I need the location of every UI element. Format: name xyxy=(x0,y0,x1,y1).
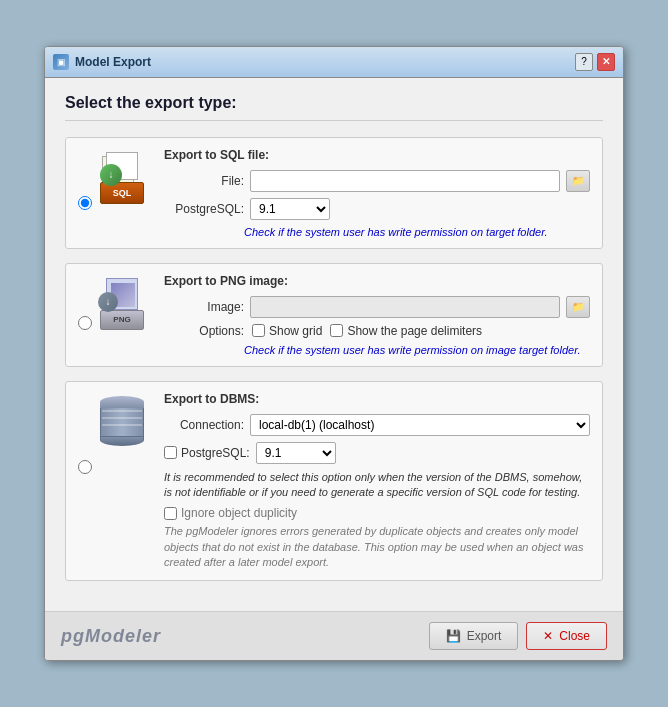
dbms-postgresql-row: PostgreSQL: 9.1 9.2 9.3 xyxy=(164,442,590,464)
dbms-form-content: Export to DBMS: Connection: local-db(1) … xyxy=(164,392,590,571)
title-bar-left: ▣ Model Export xyxy=(53,54,151,70)
show-grid-checkbox[interactable] xyxy=(252,324,265,337)
dbms-ignore-row: Ignore object duplicity xyxy=(164,506,590,520)
png-image-row: Image: 📁 xyxy=(164,296,590,318)
dbms-connection-label: Connection: xyxy=(164,418,244,432)
title-controls: ? ✕ xyxy=(575,53,615,71)
png-export-icon: ↓ PNG xyxy=(100,278,150,330)
sql-postgresql-select[interactable]: 9.1 9.2 9.3 xyxy=(250,198,330,220)
png-form-content: Export to PNG image: Image: 📁 Options: S… xyxy=(164,274,590,356)
dbms-warning-text: It is recommended to select this option … xyxy=(164,470,590,501)
show-grid-checkbox-label[interactable]: Show grid xyxy=(252,324,322,338)
sql-radio[interactable] xyxy=(78,196,92,210)
png-image-input[interactable] xyxy=(250,296,560,318)
dbms-postgresql-select[interactable]: 9.1 9.2 9.3 xyxy=(256,442,336,464)
db-cylinder-bottom xyxy=(100,436,144,446)
show-grid-label: Show grid xyxy=(269,324,322,338)
footer-buttons: 💾 Export ✕ Close xyxy=(429,622,607,650)
db-cylinder-body xyxy=(100,408,144,436)
dbms-ignore-checkbox-label[interactable]: Ignore object duplicity xyxy=(164,506,297,520)
png-badge: PNG xyxy=(100,310,144,330)
sql-file-row: File: 📁 xyxy=(164,170,590,192)
dialog-footer: pgModeler 💾 Export ✕ Close xyxy=(45,611,623,660)
show-page-delimiters-checkbox-label[interactable]: Show the page delimiters xyxy=(330,324,482,338)
png-options-row: Options: Show grid Show the page delimit… xyxy=(164,324,590,338)
export-button[interactable]: 💾 Export xyxy=(429,622,519,650)
title-bar: ▣ Model Export ? ✕ xyxy=(45,47,623,78)
png-radio[interactable] xyxy=(78,316,92,330)
dbms-ignore-label: Ignore object duplicity xyxy=(181,506,297,520)
sql-file-browse-button[interactable]: 📁 xyxy=(566,170,590,192)
export-icon: 💾 xyxy=(446,629,461,643)
dbms-export-icon xyxy=(100,396,150,452)
sql-postgresql-row: PostgreSQL: 9.1 9.2 9.3 xyxy=(164,198,590,220)
show-page-delimiters-label: Show the page delimiters xyxy=(347,324,482,338)
dialog-icon: ▣ xyxy=(53,54,69,70)
show-page-delimiters-checkbox[interactable] xyxy=(330,324,343,337)
png-download-arrow-icon: ↓ xyxy=(98,292,118,312)
pgmodeler-brand: pgModeler xyxy=(61,626,161,647)
sql-file-input[interactable] xyxy=(250,170,560,192)
sql-info-text: Check if the system user has write permi… xyxy=(244,226,590,238)
dbms-ignore-checkbox[interactable] xyxy=(164,507,177,520)
dbms-connection-row: Connection: local-db(1) (localhost) xyxy=(164,414,590,436)
help-button[interactable]: ? xyxy=(575,53,593,71)
export-label: Export xyxy=(467,629,502,643)
db-shape xyxy=(100,396,144,446)
dbms-postgresql-checkbox-label[interactable]: PostgreSQL: xyxy=(164,446,250,460)
dbms-postgresql-label: PostgreSQL: xyxy=(181,446,250,460)
sql-postgresql-label: PostgreSQL: xyxy=(164,202,244,216)
sql-export-icon: ↓ SQL xyxy=(100,152,150,204)
png-section-header: Export to PNG image: xyxy=(164,274,590,288)
download-arrow-icon: ↓ xyxy=(100,164,122,186)
sql-file-label: File: xyxy=(164,174,244,188)
window-close-button[interactable]: ✕ xyxy=(597,53,615,71)
sql-section-header: Export to SQL file: xyxy=(164,148,590,162)
png-options-label: Options: xyxy=(164,324,244,338)
dbms-export-section: Export to DBMS: Connection: local-db(1) … xyxy=(65,381,603,582)
page-title: Select the export type: xyxy=(65,94,603,121)
close-icon: ✕ xyxy=(543,629,553,643)
dbms-ignore-description: The pgModeler ignores errors generated b… xyxy=(164,524,590,570)
dbms-connection-select[interactable]: local-db(1) (localhost) xyxy=(250,414,590,436)
sql-export-section: ↓ SQL Export to SQL file: File: 📁 Postgr… xyxy=(65,137,603,249)
dbms-postgresql-checkbox[interactable] xyxy=(164,446,177,459)
model-export-dialog: ▣ Model Export ? ✕ Select the export typ… xyxy=(44,46,624,662)
png-image-label: Image: xyxy=(164,300,244,314)
dbms-radio[interactable] xyxy=(78,460,92,474)
png-export-section: ↓ PNG Export to PNG image: Image: 📁 Opti… xyxy=(65,263,603,367)
dialog-title: Model Export xyxy=(75,55,151,69)
close-label: Close xyxy=(559,629,590,643)
dbms-section-header: Export to DBMS: xyxy=(164,392,590,406)
dialog-body: Select the export type: ↓ SQL xyxy=(45,78,623,612)
png-image-browse-button[interactable]: 📁 xyxy=(566,296,590,318)
png-info-text: Check if the system user has write permi… xyxy=(244,344,590,356)
db-cylinder-top xyxy=(100,396,144,408)
close-button[interactable]: ✕ Close xyxy=(526,622,607,650)
sql-form-content: Export to SQL file: File: 📁 PostgreSQL: … xyxy=(164,148,590,238)
